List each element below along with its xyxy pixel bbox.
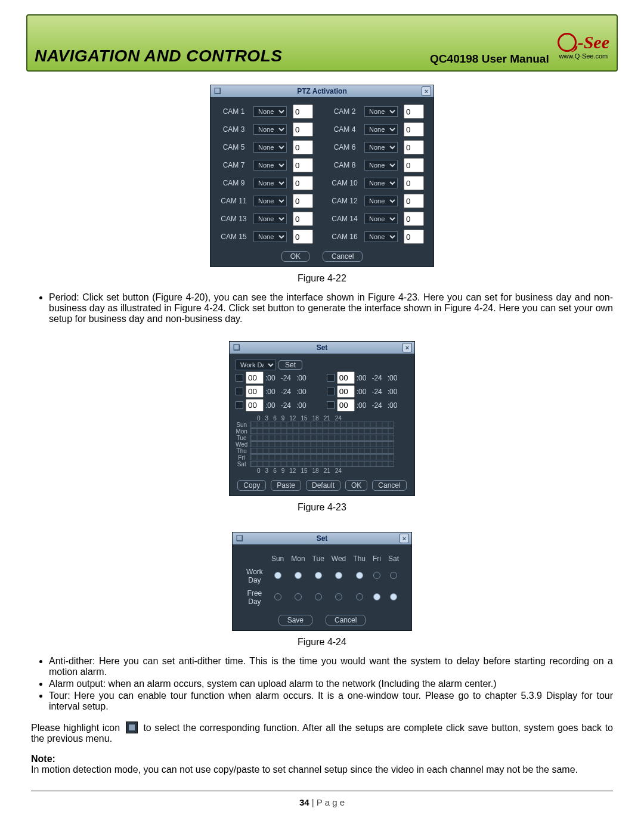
cam-mode-select[interactable]: None — [364, 178, 398, 188]
day-radio[interactable] — [335, 593, 342, 600]
cam-mode-select[interactable]: None — [364, 124, 398, 135]
cam-mode-select[interactable]: None — [364, 213, 398, 224]
day-radio[interactable] — [373, 572, 380, 579]
cam-mode-select[interactable]: None — [253, 106, 287, 117]
cam-value-input[interactable] — [293, 104, 313, 119]
set-worktype-dialog: ❑Set× SunMonTueWedThuFriSatWork DayFree … — [232, 532, 412, 631]
paste-button[interactable]: Paste — [271, 480, 301, 491]
cam-value-input[interactable] — [404, 104, 424, 119]
day-radio[interactable] — [274, 572, 281, 579]
day-radio[interactable] — [356, 593, 363, 600]
day-bar — [250, 461, 394, 467]
cam-mode-select[interactable]: None — [253, 178, 287, 188]
cam-label: CAM 12 — [331, 197, 358, 205]
cam-mode-select[interactable]: None — [253, 196, 287, 206]
period-checkbox[interactable] — [327, 374, 335, 382]
cam-value-input[interactable] — [404, 140, 424, 154]
cam-mode-select[interactable]: None — [364, 142, 398, 153]
copy-button[interactable]: Copy — [237, 480, 266, 491]
page-footer: 34 | P a g e — [31, 797, 613, 807]
cam-value-input[interactable] — [404, 230, 424, 244]
cam-value-input[interactable] — [293, 212, 313, 226]
cam-mode-select[interactable]: None — [253, 142, 287, 153]
ok-button[interactable]: OK — [281, 251, 309, 262]
cam-mode-select[interactable]: None — [364, 231, 398, 242]
cam-label: CAM 8 — [331, 161, 358, 169]
cam-label: CAM 4 — [331, 125, 358, 134]
row-label: Free Day — [244, 589, 265, 606]
cam-value-input[interactable] — [293, 158, 313, 172]
cam-label: CAM 9 — [220, 179, 247, 187]
cam-mode-select[interactable]: None — [364, 106, 398, 117]
cam-value-input[interactable] — [404, 122, 424, 137]
day-header: Wed — [331, 554, 346, 563]
day-radio[interactable] — [390, 572, 397, 579]
day-radio[interactable] — [356, 572, 363, 579]
logo-url: www.Q-See.com — [559, 53, 608, 60]
day-label: Sat — [236, 461, 247, 467]
ok-button[interactable]: OK — [345, 480, 367, 491]
worktype-table: SunMonTueWedThuFriSatWork DayFree Day — [239, 550, 405, 610]
period-checkbox[interactable] — [236, 401, 243, 409]
cam-mode-select[interactable]: None — [364, 160, 398, 171]
day-radio[interactable] — [373, 593, 380, 600]
day-label: Mon — [236, 428, 247, 435]
day-label: Sun — [236, 422, 247, 428]
period-checkbox[interactable] — [236, 388, 243, 395]
cam-label: CAM 2 — [331, 107, 358, 116]
close-icon[interactable]: × — [422, 86, 431, 96]
cancel-button[interactable]: Cancel — [372, 480, 406, 491]
note-block: Note: In motion detection mode, you can … — [31, 754, 613, 775]
set-button[interactable]: Set — [278, 360, 302, 370]
day-label: Fri — [236, 454, 247, 461]
cam-mode-select[interactable]: None — [253, 160, 287, 171]
cancel-button[interactable]: Cancel — [323, 251, 363, 262]
day-bar — [250, 454, 394, 460]
cam-mode-select[interactable]: None — [253, 124, 287, 135]
period-checkbox[interactable] — [236, 374, 243, 382]
page-title: NAVIGATION AND CONTROLS — [35, 48, 282, 70]
hour-input[interactable] — [337, 399, 355, 411]
hour-input[interactable] — [246, 371, 264, 384]
cam-label: CAM 13 — [220, 215, 247, 223]
brand-logo: -See www.Q-See.com — [558, 33, 609, 60]
day-header: Mon — [290, 554, 305, 563]
close-icon[interactable]: × — [402, 343, 412, 352]
cam-value-input[interactable] — [404, 176, 424, 190]
page-subtitle: QC40198 User Manual — [430, 53, 549, 64]
shield-icon: ❑ — [233, 343, 240, 352]
cam-value-input[interactable] — [293, 194, 313, 208]
cam-value-input[interactable] — [404, 212, 424, 226]
cam-label: CAM 3 — [220, 125, 247, 134]
hour-input[interactable] — [246, 399, 264, 411]
close-icon[interactable]: × — [400, 534, 409, 543]
period-checkbox[interactable] — [327, 401, 335, 409]
cam-label: CAM 16 — [331, 233, 358, 241]
day-radio[interactable] — [315, 572, 322, 579]
cam-mode-select[interactable]: None — [253, 231, 287, 242]
cam-value-input[interactable] — [404, 158, 424, 172]
header-banner: NAVIGATION AND CONTROLS QC40198 User Man… — [26, 14, 618, 72]
day-radio[interactable] — [295, 593, 302, 600]
day-radio[interactable] — [295, 572, 302, 579]
save-button[interactable]: Save — [278, 615, 312, 625]
hour-input[interactable] — [337, 371, 355, 384]
day-radio[interactable] — [274, 593, 281, 600]
cam-mode-select[interactable]: None — [364, 196, 398, 206]
cancel-button[interactable]: Cancel — [326, 615, 366, 625]
hour-input[interactable] — [246, 385, 264, 398]
cam-mode-select[interactable]: None — [253, 213, 287, 224]
day-radio[interactable] — [335, 572, 342, 579]
hour-input[interactable] — [337, 385, 355, 398]
day-radio[interactable] — [315, 593, 322, 600]
workday-select[interactable]: Work Day — [236, 360, 276, 370]
default-button[interactable]: Default — [306, 480, 340, 491]
cam-label: CAM 7 — [220, 161, 247, 169]
cam-value-input[interactable] — [293, 230, 313, 244]
cam-value-input[interactable] — [293, 122, 313, 137]
day-radio[interactable] — [390, 593, 397, 600]
cam-value-input[interactable] — [293, 176, 313, 190]
period-checkbox[interactable] — [327, 388, 335, 395]
cam-value-input[interactable] — [293, 140, 313, 154]
cam-value-input[interactable] — [404, 194, 424, 208]
